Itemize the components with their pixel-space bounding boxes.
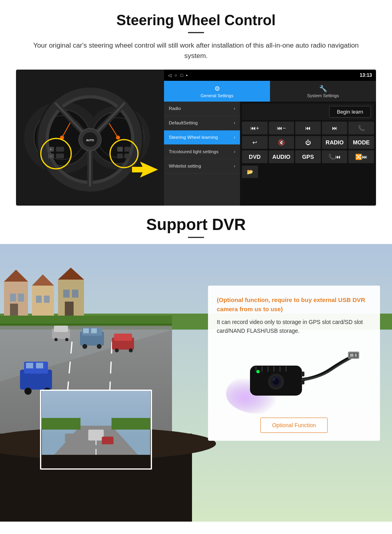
dvr-section: Support DVR <box>0 206 392 522</box>
svg-rect-48 <box>44 296 50 303</box>
svg-rect-87 <box>112 418 150 430</box>
dvd-button[interactable]: DVD <box>242 150 268 163</box>
svg-rect-86 <box>42 418 80 430</box>
svg-rect-31 <box>117 147 123 152</box>
dvr-optional-text: (Optional function, require to buy exter… <box>217 296 371 314</box>
system-icon: 🔧 <box>319 85 327 92</box>
svg-rect-45 <box>32 286 54 318</box>
next-icon: ⏭ <box>332 125 338 131</box>
prev-button[interactable]: ⏮ <box>295 122 321 134</box>
audio-label: AUDIO <box>272 154 290 160</box>
menu-whitelist-label: Whitelist setting <box>169 163 201 169</box>
vol-down-button[interactable]: ⏮− <box>269 122 294 134</box>
vol-up-button[interactable]: ⏮+ <box>242 122 268 134</box>
begin-learn-row: Begin learn <box>242 104 374 120</box>
vol-up-icon: ⏮+ <box>250 125 259 131</box>
next-button[interactable]: ⏭ <box>322 122 348 134</box>
radio-button[interactable]: RADIO <box>322 136 348 149</box>
statusbar-icons: ◁ ○ □ ▪ <box>168 73 188 78</box>
title-divider <box>188 32 204 33</box>
arrow-icon: › <box>234 121 235 125</box>
shuffle-next-button[interactable]: 🔀⏭ <box>348 150 374 163</box>
svg-rect-110 <box>355 354 357 357</box>
dvr-desc-text: It can record video only to storage in G… <box>217 318 371 336</box>
controls-panel: Begin learn ⏮+ ⏮− ⏮ <box>240 102 376 206</box>
controls-row-2: ↩ 🔇 ⏻ RADIO MODE <box>242 136 374 149</box>
status-time: 13:13 <box>360 72 372 78</box>
svg-rect-43 <box>18 294 24 302</box>
recent-icon: □ <box>180 73 183 78</box>
menu-radio-label: Radio <box>169 106 181 112</box>
svg-rect-36 <box>132 167 144 172</box>
svg-rect-91 <box>42 455 150 468</box>
svg-text:AUTO: AUTO <box>86 139 94 142</box>
svg-rect-90 <box>65 434 78 442</box>
svg-rect-53 <box>65 302 74 318</box>
dvr-camera-thumbnail <box>40 390 152 470</box>
arrow-icon: › <box>234 135 235 140</box>
android-statusbar: ◁ ○ □ ▪ 13:13 <box>164 70 376 81</box>
menu-item-whitelist[interactable]: Whitelist setting › <box>164 159 240 174</box>
svg-point-68 <box>115 348 119 352</box>
menu-icon: ▪ <box>186 73 188 78</box>
svg-point-103 <box>273 378 275 381</box>
dvr-title-divider <box>188 237 204 238</box>
svg-point-106 <box>256 370 260 373</box>
file-icon: 📂 <box>247 169 253 175</box>
home-icon: ○ <box>174 73 177 78</box>
svg-point-72 <box>54 338 58 341</box>
svg-point-76 <box>24 388 32 395</box>
prev-icon: ⏮ <box>305 125 311 131</box>
svg-point-69 <box>129 348 133 352</box>
mode-button[interactable]: MODE <box>348 136 374 149</box>
optional-function-button[interactable]: Optional Function <box>260 418 328 433</box>
svg-rect-32 <box>124 147 130 152</box>
svg-point-73 <box>65 338 68 341</box>
tab-general-settings[interactable]: ⚙ General Settings <box>164 81 270 102</box>
svg-rect-71 <box>54 326 68 332</box>
phone-button[interactable]: 📞 <box>348 122 374 134</box>
menu-item-radio[interactable]: Radio › <box>164 102 240 116</box>
power-button[interactable]: ⏻ <box>295 136 321 149</box>
steering-wheel-photo: AUTO + − <box>16 70 164 206</box>
file-button[interactable]: 📂 <box>242 166 258 178</box>
dvr-info-card: (Optional function, require to buy exter… <box>208 286 380 441</box>
gps-button[interactable]: GPS <box>295 150 321 163</box>
menu-item-steering[interactable]: Steering Wheel learning › <box>164 130 240 145</box>
svg-text:−: − <box>50 155 52 158</box>
arrow-icon: › <box>234 164 235 168</box>
svg-rect-89 <box>102 436 114 444</box>
menu-item-tricoloured[interactable]: Tricoloured light settings › <box>164 145 240 159</box>
svg-point-62 <box>82 344 87 349</box>
svg-rect-64 <box>83 328 89 333</box>
phone-prev-button[interactable]: 📞⏮ <box>322 150 348 163</box>
svg-rect-52 <box>72 290 78 298</box>
audio-button[interactable]: AUDIO <box>269 150 294 163</box>
menu-default-label: DefaultSetting <box>169 120 198 126</box>
svg-rect-104 <box>301 372 304 376</box>
arrow-icon: › <box>234 106 235 111</box>
mute-icon: 🔇 <box>278 139 285 146</box>
shuffle-next-icon: 🔀⏭ <box>355 154 368 160</box>
power-icon: ⏻ <box>305 139 311 146</box>
begin-learn-button[interactable]: Begin learn <box>329 106 371 118</box>
phone-icon: 📞 <box>358 125 365 131</box>
hang-up-button[interactable]: ↩ <box>242 136 268 149</box>
svg-rect-78 <box>26 363 33 368</box>
menu-tricoloured-label: Tricoloured light settings <box>169 149 218 155</box>
svg-rect-29 <box>56 147 64 152</box>
menu-item-default[interactable]: DefaultSetting › <box>164 116 240 130</box>
mute-button[interactable]: 🔇 <box>269 136 294 149</box>
gps-label: GPS <box>302 154 314 160</box>
steering-content-area: AUTO + − <box>16 70 376 206</box>
svg-rect-65 <box>91 328 97 333</box>
svg-rect-30 <box>56 154 64 158</box>
svg-rect-34 <box>124 154 130 158</box>
tab-system-settings[interactable]: 🔧 System Settings <box>270 81 376 102</box>
radio-label: RADIO <box>326 139 344 146</box>
vol-down-icon: ⏮− <box>277 125 286 131</box>
svg-rect-44 <box>10 304 18 318</box>
page-title: Steering Wheel Control <box>16 12 376 29</box>
svg-rect-109 <box>350 354 354 357</box>
dvr-camera-image <box>217 342 371 414</box>
